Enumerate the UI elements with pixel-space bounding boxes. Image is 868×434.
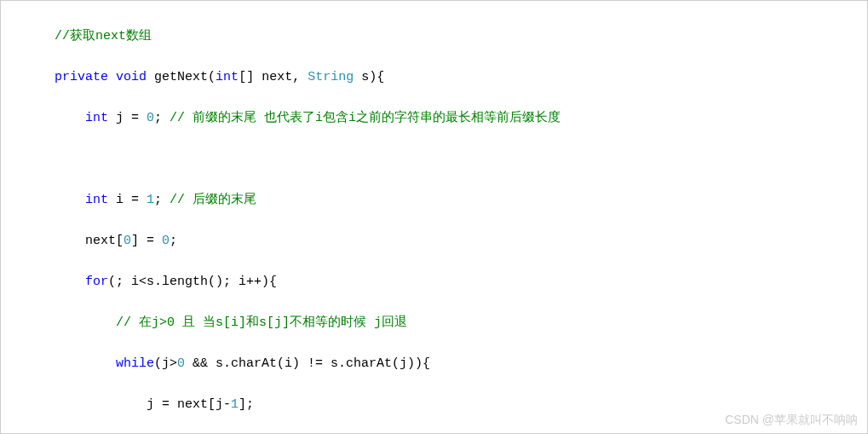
- code-text: [] next,: [239, 70, 308, 84]
- code-line: [1, 149, 867, 170]
- code-text: ;: [170, 234, 177, 248]
- code-line: private void getNext(int[] next, String …: [1, 67, 867, 88]
- type: int: [85, 111, 108, 125]
- keyword: void: [116, 70, 147, 84]
- code-text: next[: [85, 234, 124, 248]
- code-text: (; i<s.length(); i++){: [108, 275, 277, 289]
- type: String: [308, 70, 354, 84]
- code-text: ];: [239, 397, 254, 412]
- code-text: && s.charAt(i) != s.charAt(j)){: [185, 356, 430, 371]
- code-text: (j>: [154, 356, 177, 371]
- code-text: ;: [154, 111, 170, 125]
- comment: //获取next数组: [55, 29, 152, 43]
- code-line: // 在j>0 且 当s[i]和s[j]不相等的时候 j回退: [1, 313, 867, 333]
- keyword: for: [85, 275, 108, 289]
- code-block: //获取next数组 private void getNext(int[] ne…: [0, 0, 868, 434]
- comment: // 后缀的末尾: [170, 193, 256, 207]
- number: 0: [124, 234, 131, 248]
- code-line: for(; i<s.length(); i++){: [1, 272, 867, 292]
- code-line: next[0] = 0;: [1, 231, 867, 252]
- type: int: [85, 193, 108, 207]
- code-line: int j = 0; // 前缀的末尾 也代表了i包含i之前的字符串的最长相等前…: [1, 108, 867, 129]
- code-line: int i = 1; // 后缀的末尾: [1, 190, 867, 211]
- code-text: s){: [354, 70, 384, 84]
- code-line: while(j>0 && s.charAt(i) != s.charAt(j))…: [1, 354, 867, 374]
- comment: // 在j>0 且 当s[i]和s[j]不相等的时候 j回退: [116, 315, 407, 330]
- code-text: j =: [108, 111, 147, 125]
- keyword: private: [55, 70, 108, 84]
- type: int: [216, 70, 239, 84]
- keyword: while: [116, 356, 154, 371]
- code-line: //获取next数组: [1, 26, 867, 47]
- comment: // 前缀的末尾 也代表了i包含i之前的字符串的最长相等前后缀长度: [170, 111, 560, 125]
- number: 0: [162, 234, 170, 248]
- code-text: j = next[j-: [147, 397, 231, 412]
- number: 1: [147, 193, 154, 207]
- code-text: ;: [154, 193, 170, 207]
- punct: (: [208, 70, 216, 84]
- number: 0: [177, 356, 185, 371]
- code-line: j = next[j-1];: [1, 395, 867, 415]
- number: 1: [231, 397, 239, 412]
- code-text: ] =: [131, 234, 162, 248]
- identifier: getNext: [154, 70, 208, 84]
- number: 0: [147, 111, 154, 125]
- code-text: i =: [108, 193, 147, 207]
